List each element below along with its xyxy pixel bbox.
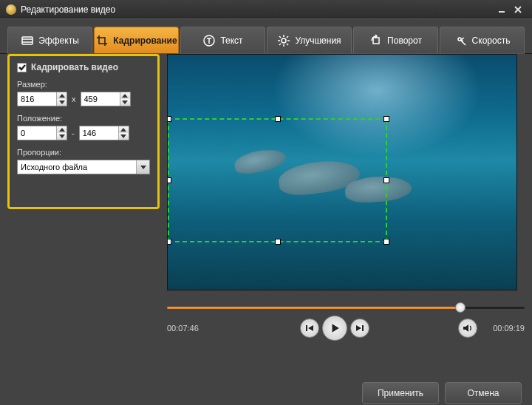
svg-marker-32 [463, 324, 468, 332]
spin-buttons[interactable] [120, 92, 130, 106]
spin-buttons[interactable] [56, 126, 66, 140]
size-separator: x [72, 95, 76, 103]
pos-x-input[interactable] [18, 126, 56, 140]
tab-effects[interactable]: Эффекты [7, 27, 92, 53]
apply-button[interactable]: Применить [362, 382, 439, 404]
svg-marker-22 [59, 128, 65, 132]
svg-rect-31 [362, 325, 364, 331]
pos-x-spinner[interactable] [17, 126, 67, 140]
window-title: Редактирование видео [21, 4, 494, 15]
svg-line-15 [287, 36, 288, 38]
tab-label: Скорость [472, 35, 511, 46]
text-icon [202, 34, 216, 47]
spin-up-icon[interactable] [119, 126, 129, 133]
tab-label: Поворот [387, 35, 422, 46]
size-height-spinner[interactable] [81, 92, 131, 106]
crop-handle-bc[interactable] [275, 239, 281, 245]
svg-rect-16 [373, 38, 379, 44]
size-width-input[interactable] [18, 92, 56, 106]
spin-down-icon[interactable] [57, 99, 66, 106]
minimize-button[interactable] [494, 3, 510, 16]
crop-icon [95, 34, 109, 47]
svg-rect-3 [22, 37, 33, 44]
app-icon [6, 4, 16, 15]
speed-icon [454, 34, 468, 47]
svg-marker-19 [59, 101, 65, 104]
pos-y-input[interactable] [80, 126, 118, 140]
crop-settings-panel: Кадрировать видео Размер: x Положение: [7, 54, 160, 209]
tab-crop[interactable]: Кадрирование [94, 27, 179, 53]
crop-enable-label: Кадрировать видео [31, 62, 118, 72]
tab-text[interactable]: Текст [180, 27, 265, 53]
tab-label: Эффекты [38, 35, 79, 46]
cancel-button[interactable]: Отмена [445, 382, 522, 404]
titlebar: Редактирование видео [0, 0, 532, 19]
aspect-combo[interactable] [17, 160, 150, 174]
size-label: Размер: [17, 80, 150, 89]
tab-bar: Эффекты Кадрирование Текст Улучшения Пов… [0, 19, 532, 53]
svg-marker-20 [122, 94, 128, 98]
svg-marker-28 [308, 325, 313, 331]
svg-marker-25 [120, 135, 126, 138]
svg-marker-21 [122, 101, 128, 104]
crop-handle-mr[interactable] [383, 177, 389, 183]
effects-icon [21, 34, 34, 47]
spin-down-icon[interactable] [57, 133, 66, 140]
apply-label: Применить [378, 388, 423, 398]
aspect-value[interactable] [18, 160, 136, 174]
svg-marker-30 [356, 325, 361, 331]
crop-handle-tl[interactable] [167, 116, 171, 122]
crop-rectangle[interactable] [168, 118, 387, 243]
tab-label: Текст [220, 35, 242, 46]
time-total: 00:09:19 [480, 324, 525, 333]
spin-up-icon[interactable] [57, 92, 66, 99]
crop-handle-bl[interactable] [167, 239, 171, 245]
spin-down-icon[interactable] [120, 99, 130, 106]
crop-enable-checkbox[interactable] [17, 63, 27, 72]
crop-handle-br[interactable] [383, 239, 389, 245]
main-area: Кадрировать видео Размер: x Положение: [0, 54, 532, 373]
rotate-icon [369, 34, 383, 47]
spin-up-icon[interactable] [120, 92, 130, 99]
svg-marker-23 [59, 135, 65, 138]
position-label: Положение: [17, 114, 150, 123]
close-button[interactable] [510, 3, 526, 16]
next-button[interactable] [350, 319, 369, 338]
pos-separator: - [72, 129, 75, 137]
playback-controls: 00:07:46 00:09:19 [167, 316, 525, 341]
spin-buttons[interactable] [118, 126, 129, 140]
seek-progress [167, 307, 460, 309]
tab-enhance[interactable]: Улучшения [267, 27, 352, 53]
volume-button[interactable] [458, 319, 477, 338]
crop-handle-tr[interactable] [383, 116, 389, 122]
tab-label: Улучшения [295, 35, 341, 46]
play-button[interactable] [322, 316, 347, 341]
svg-rect-27 [306, 325, 307, 331]
seek-bar[interactable] [167, 302, 525, 313]
size-height-input[interactable] [81, 92, 120, 106]
svg-marker-24 [120, 128, 126, 132]
seek-thumb[interactable] [455, 302, 466, 313]
tab-label: Кадрирование [113, 35, 177, 46]
size-width-spinner[interactable] [17, 92, 67, 106]
footer: Применить Отмена [0, 373, 532, 405]
crop-handle-ml[interactable] [167, 177, 171, 183]
preview-column: 00:07:46 00:09:19 [160, 54, 525, 373]
tab-rotate[interactable]: Поворот [353, 27, 438, 53]
spin-up-icon[interactable] [57, 126, 66, 133]
svg-point-7 [282, 38, 286, 43]
spin-down-icon[interactable] [119, 133, 129, 140]
spin-buttons[interactable] [56, 92, 66, 106]
svg-marker-29 [332, 324, 339, 333]
svg-line-13 [287, 44, 288, 45]
chevron-down-icon[interactable] [136, 160, 149, 174]
svg-line-12 [279, 36, 281, 38]
svg-marker-26 [140, 166, 146, 169]
svg-marker-18 [59, 94, 65, 98]
enhance-icon [277, 34, 290, 47]
tab-speed[interactable]: Скорость [440, 27, 525, 53]
video-preview[interactable] [167, 54, 517, 290]
prev-button[interactable] [300, 319, 319, 338]
pos-y-spinner[interactable] [79, 126, 129, 140]
crop-handle-tc[interactable] [275, 116, 281, 122]
